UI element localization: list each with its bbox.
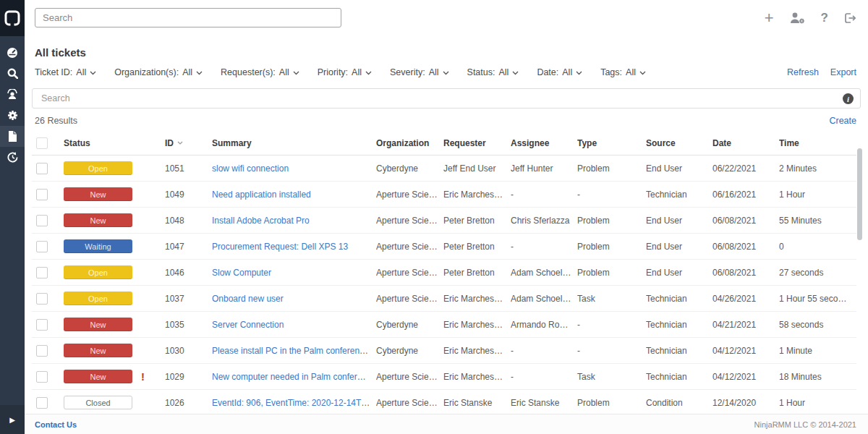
ticket-summary-link[interactable]: Procurement Request: Dell XPS 13 [212, 242, 348, 252]
row-checkbox[interactable] [36, 345, 48, 357]
row-checkbox[interactable] [36, 267, 48, 278]
row-checkbox[interactable] [36, 163, 48, 174]
ticket-time: 55 Minutes [779, 216, 856, 226]
expand-arrow-icon: ▶ [9, 416, 15, 424]
chevron-down-icon [443, 70, 449, 75]
row-checkbox[interactable] [36, 319, 48, 331]
ticket-summary-link[interactable]: Slow Computer [212, 268, 271, 278]
ticket-source: Technician [646, 372, 712, 382]
copyright-text: NinjaRMM LLC © 2014-2021 [754, 420, 856, 429]
sidebar-item-search[interactable] [0, 63, 25, 84]
col-header-assignee[interactable]: Assignee [511, 138, 577, 148]
ticket-date: 06/22/2021 [712, 163, 779, 174]
logout-icon[interactable] [844, 12, 856, 24]
topbar: + ? [25, 0, 868, 36]
col-header-summary[interactable]: Summary [212, 138, 376, 148]
export-link[interactable]: Export [830, 67, 856, 77]
global-search-input[interactable] [35, 8, 341, 27]
table-scrollbar-thumb[interactable] [857, 148, 862, 240]
sidebar-item-end-users[interactable] [0, 84, 25, 105]
ticket-date: 04/21/2021 [712, 320, 779, 330]
sidebar-item-history[interactable] [0, 147, 25, 168]
ticket-id: 1029 [165, 372, 212, 382]
table-row: New 1048 Install Adobe Acrobat Pro Apert… [32, 208, 856, 234]
ticket-id: 1035 [165, 320, 212, 330]
col-header-source[interactable]: Source [646, 138, 712, 148]
col-header-date[interactable]: Date [712, 138, 779, 148]
filter-dropdown[interactable]: Organization(s): All [114, 67, 203, 77]
ticket-organization: Aperture Scien... [376, 398, 443, 408]
add-plus-icon[interactable]: + [765, 10, 774, 26]
ticket-search-input[interactable] [33, 89, 860, 108]
filter-dropdown[interactable]: Severity: All [390, 67, 449, 77]
ticket-summary-link[interactable]: Please install PC in the Palm conference… [212, 346, 376, 356]
ticket-assignee: - [511, 346, 577, 356]
filter-dropdown[interactable]: Date: All [537, 67, 582, 77]
ticket-type: - [577, 190, 646, 200]
status-badge: Closed [64, 396, 132, 409]
ninja-logo[interactable] [0, 0, 25, 36]
dashboard-icon [7, 47, 18, 59]
col-header-organization[interactable]: Organization [376, 138, 443, 148]
chevron-down-icon [639, 70, 646, 75]
ticket-requester: Eric Stanske [443, 398, 511, 408]
filter-value: All [279, 67, 289, 77]
ticket-requester: Peter Bretton [443, 216, 511, 226]
row-checkbox[interactable] [36, 241, 48, 252]
filter-dropdown[interactable]: Priority: All [318, 67, 372, 77]
table-row: New 1030 Please install PC in the Palm c… [32, 338, 856, 364]
col-header-type[interactable]: Type [577, 138, 646, 148]
sidebar-expand-button[interactable]: ▶ [0, 405, 25, 434]
row-checkbox[interactable] [36, 397, 48, 409]
sidebar-item-settings[interactable] [0, 105, 25, 126]
filter-value: All [626, 67, 636, 77]
ticket-summary-link[interactable]: Server Connection [212, 320, 284, 330]
ticket-summary-link[interactable]: slow wifi connection [212, 163, 289, 174]
ticket-assignee: - [511, 242, 577, 252]
results-row: 26 Results Create [35, 116, 858, 127]
filter-dropdown[interactable]: Tags: All [600, 67, 646, 77]
sidebar-item-ticketing[interactable] [0, 126, 25, 147]
create-link[interactable]: Create [829, 116, 856, 126]
col-header-id[interactable]: ID [165, 138, 212, 148]
select-all-checkbox[interactable] [36, 137, 48, 149]
table-row: New 1035 Server Connection Cyberdyne Eri… [32, 312, 856, 338]
filter-dropdown[interactable]: Requester(s): All [221, 67, 299, 77]
filter-dropdown[interactable]: Ticket ID: All [35, 67, 96, 77]
end-users-icon [7, 89, 18, 100]
ticket-organization: Aperture Scien... [376, 294, 443, 304]
ticket-type: Problem [577, 216, 646, 226]
ticket-summary-link[interactable]: Need application installed [212, 190, 311, 200]
help-icon[interactable]: ? [821, 11, 828, 25]
user-settings-icon[interactable] [790, 12, 805, 24]
ticket-assignee: - [511, 190, 577, 200]
contact-us-link[interactable]: Contact Us [35, 420, 77, 429]
ticket-summary-link[interactable]: Onboard new user [212, 294, 284, 304]
row-checkbox[interactable] [36, 215, 48, 226]
sidebar-item-dashboard[interactable] [0, 42, 25, 63]
ticket-summary-link[interactable]: EventId: 906, EventTime: 2020-12-14T19:0… [212, 398, 376, 408]
ticket-time: 0 [779, 242, 856, 252]
col-header-requester[interactable]: Requester [443, 138, 511, 148]
chevron-down-icon [576, 70, 582, 75]
ticket-requester: Eric Marchess... [443, 320, 511, 330]
ticket-date: 06/08/2021 [712, 268, 779, 278]
row-checkbox[interactable] [36, 293, 48, 305]
table-row: Open 1051 slow wifi connection Cyberdyne… [32, 156, 856, 182]
info-icon[interactable]: i [843, 93, 854, 104]
ticket-source: Technician [646, 346, 712, 356]
row-checkbox[interactable] [36, 189, 48, 200]
ticket-source: Technician [646, 294, 712, 304]
col-header-time[interactable]: Time [779, 138, 856, 148]
filter-dropdown[interactable]: Status: All [467, 67, 519, 77]
ticket-summary-link[interactable]: Install Adobe Acrobat Pro [212, 216, 310, 226]
ticket-id: 1051 [165, 163, 212, 174]
ticket-summary-link[interactable]: New computer needed in Palm conferenc... [212, 372, 376, 382]
refresh-link[interactable]: Refresh [787, 67, 819, 77]
ticket-source: Technician [646, 320, 712, 330]
row-checkbox[interactable] [36, 371, 48, 383]
ticket-date: 04/12/2021 [712, 372, 779, 382]
ticket-assignee: - [511, 372, 577, 382]
table-row: Closed 1026 EventId: 906, EventTime: 202… [32, 390, 856, 416]
col-header-status[interactable]: Status [64, 138, 165, 148]
